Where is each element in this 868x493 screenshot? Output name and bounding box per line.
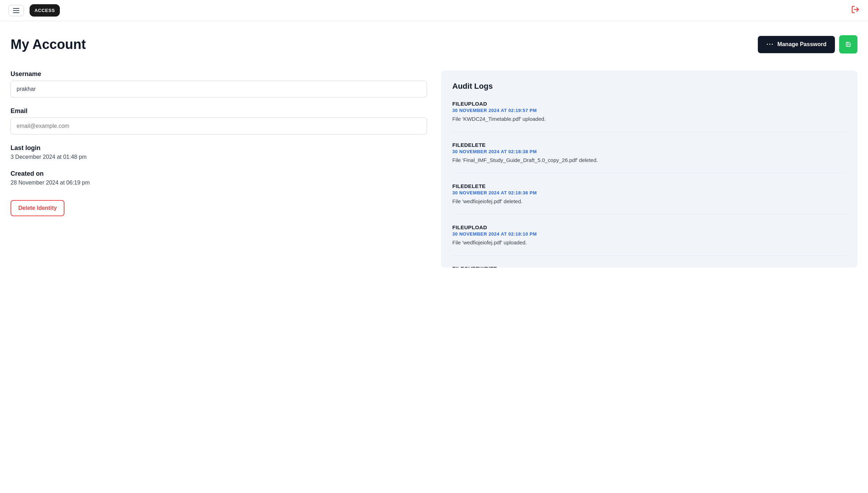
audit-log-timestamp: 30 NOVEMBER 2024 AT 02:18:10 PM — [452, 231, 846, 237]
audit-log-item: FILEDELETE 30 NOVEMBER 2024 AT 02:18:36 … — [452, 183, 846, 214]
dots-icon: ··· — [766, 41, 774, 48]
username-label: Username — [11, 70, 427, 78]
audit-log-type: FILEOVERWRITE — [452, 266, 846, 268]
audit-log-message: File 'Final_IMF_Study_Guide_Draft_5.0_co… — [452, 157, 846, 163]
audit-log-item: FILEUPLOAD 30 NOVEMBER 2024 AT 02:19:57 … — [452, 101, 846, 132]
audit-log-item: FILEUPLOAD 30 NOVEMBER 2024 AT 02:18:10 … — [452, 224, 846, 256]
form-section: Username Email Last login 3 December 202… — [11, 70, 427, 216]
hamburger-line-3 — [13, 12, 19, 13]
access-logo: ACCESS — [30, 4, 60, 17]
audit-log-type: FILEDELETE — [452, 183, 846, 189]
audit-log-message: File 'KWDC24_Timetable.pdf' uploaded. — [452, 116, 846, 122]
audit-log-timestamp: 30 NOVEMBER 2024 AT 02:18:38 PM — [452, 149, 846, 154]
created-on-value: 28 November 2024 at 06:19 pm — [11, 180, 427, 186]
audit-logs-title: Audit Logs — [452, 82, 846, 91]
hamburger-line-2 — [13, 10, 19, 11]
audit-log-timestamp: 30 NOVEMBER 2024 AT 02:19:57 PM — [452, 108, 846, 113]
audit-log-list: FILEUPLOAD 30 NOVEMBER 2024 AT 02:19:57 … — [452, 101, 846, 268]
username-group: Username — [11, 70, 427, 98]
created-on-label: Created on — [11, 170, 427, 177]
manage-password-button[interactable]: ··· Manage Password — [758, 36, 835, 53]
logout-button[interactable] — [851, 5, 860, 16]
navbar-left: ACCESS — [8, 4, 60, 17]
audit-logs-section: Audit Logs FILEUPLOAD 30 NOVEMBER 2024 A… — [441, 70, 857, 268]
audit-log-message: File 'wedfiojeiofej.pdf' deleted. — [452, 198, 846, 204]
hamburger-button[interactable] — [8, 5, 24, 16]
logout-icon — [851, 5, 860, 14]
navbar: ACCESS — [0, 0, 868, 21]
last-login-label: Last login — [11, 144, 427, 152]
audit-log-message: File 'wedfiojeiofej.pdf' uploaded. — [452, 239, 846, 245]
save-button[interactable] — [839, 35, 857, 54]
delete-identity-button[interactable]: Delete Identity — [11, 200, 64, 216]
page-title: My Account — [11, 37, 86, 52]
save-icon — [845, 40, 851, 48]
email-input[interactable] — [11, 118, 427, 135]
audit-log-timestamp: 30 NOVEMBER 2024 AT 02:18:36 PM — [452, 190, 846, 195]
audit-log-type: FILEUPLOAD — [452, 101, 846, 107]
audit-log-item: FILEOVERWRITE 30 NOVEMBER 2024 AT 02:17:… — [452, 266, 846, 268]
main-content: My Account ··· Manage Password Username — [0, 21, 868, 282]
audit-log-type: FILEUPLOAD — [452, 224, 846, 230]
two-column-layout: Username Email Last login 3 December 202… — [11, 70, 857, 268]
email-group: Email — [11, 107, 427, 135]
last-login-value: 3 December 2024 at 01:48 pm — [11, 154, 427, 160]
email-label: Email — [11, 107, 427, 115]
created-on-section: Created on 28 November 2024 at 06:19 pm — [11, 170, 427, 186]
audit-log-item: FILEDELETE 30 NOVEMBER 2024 AT 02:18:38 … — [452, 142, 846, 173]
page-header: My Account ··· Manage Password — [11, 35, 857, 54]
audit-log-type: FILEDELETE — [452, 142, 846, 148]
hamburger-line-1 — [13, 8, 19, 9]
username-input[interactable] — [11, 81, 427, 98]
manage-password-label: Manage Password — [777, 41, 826, 48]
header-actions: ··· Manage Password — [758, 35, 857, 54]
last-login-section: Last login 3 December 2024 at 01:48 pm — [11, 144, 427, 160]
